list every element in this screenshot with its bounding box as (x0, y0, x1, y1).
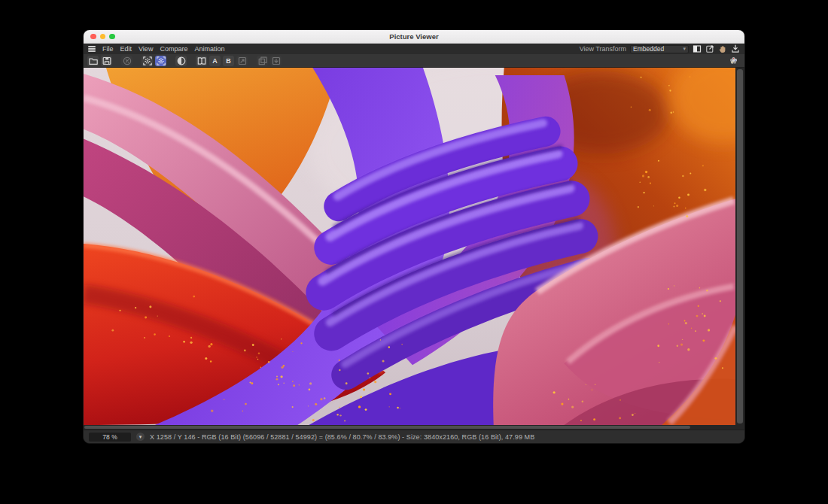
split-view-icon (693, 44, 702, 53)
menu-compare[interactable]: Compare (160, 45, 187, 53)
set-b-button[interactable]: B (223, 56, 234, 66)
menu-edit[interactable]: Edit (120, 45, 132, 53)
contrast-circle-icon (176, 56, 187, 66)
workspace-ball-button[interactable] (728, 56, 739, 66)
link-arrow-icon (237, 56, 248, 66)
pan-hand-icon (718, 44, 727, 53)
compare-book-icon (196, 56, 207, 66)
floppy-save-icon (102, 56, 112, 66)
h-scroll-thumb[interactable] (84, 426, 690, 429)
paste-icon (271, 56, 282, 66)
copy-icon (257, 56, 268, 66)
v-scroll-thumb[interactable] (737, 69, 743, 424)
view-transform-dropdown[interactable]: Embedded ▾ (630, 45, 689, 53)
pop-out-icon (705, 44, 714, 53)
vertical-scrollbar[interactable] (735, 68, 744, 430)
save-file-button[interactable] (101, 56, 112, 66)
image-canvas[interactable] (84, 68, 735, 425)
set-a-button[interactable]: A (209, 56, 221, 66)
b-label: B (226, 57, 231, 65)
picture-viewer-window: Picture Viewer File Edit View Compare An… (83, 29, 745, 444)
menubar: File Edit View Compare Animation View Tr… (84, 44, 744, 54)
dock-download-button[interactable] (731, 44, 740, 53)
window-title: Picture Viewer (84, 32, 744, 41)
delete-image-button[interactable] (121, 56, 132, 66)
titlebar: Picture Viewer (84, 30, 744, 44)
view-transform-value: Embedded (633, 45, 664, 53)
compare-ab-button[interactable] (196, 56, 207, 66)
copy-image-button[interactable] (257, 56, 268, 66)
paste-image-button[interactable] (270, 56, 282, 66)
menu-view[interactable]: View (139, 45, 153, 53)
pan-hand-button[interactable] (718, 44, 727, 53)
toolbar: A B (84, 54, 744, 68)
folder-icon (88, 56, 99, 66)
viewer-content (84, 68, 744, 430)
zoom-dropdown-button[interactable]: ▾ (136, 433, 145, 441)
a-label: A (212, 57, 218, 65)
status-info-text: X 1258 / Y 146 - RGB (16 Bit) (56096 / 5… (150, 433, 534, 441)
workspace-ball-icon (729, 56, 738, 65)
hamburger-menu-icon[interactable] (88, 46, 96, 52)
menu-animation[interactable]: Animation (194, 45, 224, 53)
menu-file[interactable]: File (102, 45, 114, 53)
split-view-button[interactable] (693, 44, 702, 53)
dock-download-icon (731, 44, 740, 53)
open-file-button[interactable] (87, 56, 99, 66)
statusbar: 78 % ▾ X 1258 / Y 146 - RGB (16 Bit) (56… (84, 430, 744, 443)
link-ab-button[interactable] (236, 56, 248, 66)
render-settings-button[interactable] (142, 56, 153, 66)
rendered-image (84, 68, 735, 425)
view-transform-label: View Transform (580, 45, 626, 53)
zoom-level-field[interactable]: 78 % (89, 433, 131, 442)
render-view-button[interactable] (155, 56, 166, 66)
chevron-down-icon: ▾ (683, 46, 686, 52)
horizontal-scrollbar[interactable] (84, 425, 735, 430)
contrast-compare-button[interactable] (175, 56, 187, 66)
render-gear-active-icon (156, 56, 166, 66)
circle-x-icon (122, 56, 132, 66)
pop-out-button[interactable] (705, 44, 714, 53)
render-gear-icon (142, 56, 153, 66)
